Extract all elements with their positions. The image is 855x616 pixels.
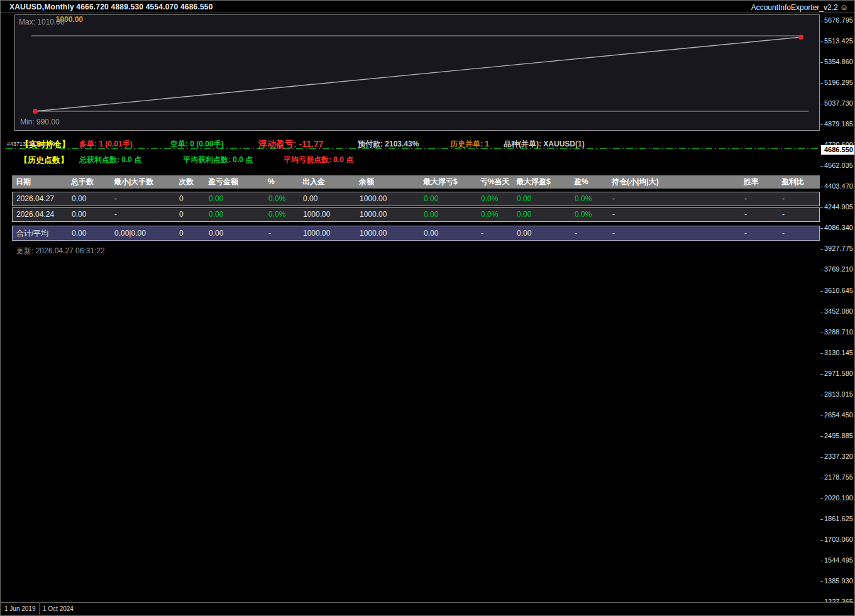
avg-profit-points-label: 平均获利点数: 0.0 点 — [183, 155, 253, 165]
price-tick: 4562.035 — [820, 161, 854, 170]
equity-end-dot — [798, 35, 803, 40]
price-tick: 4403.470 — [820, 182, 854, 190]
time-label: 1 Oct 2024 — [43, 605, 74, 612]
table-cell: - — [782, 226, 785, 240]
time-label: 1 Jun 2019 — [4, 605, 36, 612]
table-cell: - — [782, 192, 785, 206]
price-tick: 3452.080 — [820, 307, 854, 316]
table-summary-row: 合计/平均0.000.00|0.0000.00-1000.001000.000.… — [12, 226, 820, 241]
table-cell: 0.00 — [72, 192, 86, 206]
long-orders-label: 多单: 1 (0.01手) — [79, 139, 133, 150]
table-cell: 1000.00 — [360, 226, 387, 240]
table-cell: 次数 — [179, 175, 194, 189]
table-cell: 0 — [179, 208, 184, 221]
table-cell: 1000.00 — [360, 192, 387, 206]
table-cell: 0.00 — [517, 226, 531, 240]
table-cell: - — [782, 208, 785, 221]
price-tick: 2020.190 — [820, 493, 854, 502]
equity-start-dot — [33, 109, 38, 114]
table-cell: 0.0% — [481, 192, 498, 206]
table-cell: 2026.04.27 — [16, 192, 54, 206]
table-cell: 余额 — [359, 175, 374, 189]
realtime-position-status: 【实时持仓】 多单: 1 (0.01手) 空单: 0 (0.00手) 浮动盈亏:… — [1, 139, 820, 150]
price-tick: 3288.710 — [820, 327, 854, 336]
avg-loss-points-label: 平均亏损点数: 0.0 点 — [284, 155, 353, 165]
table-cell: % — [268, 175, 275, 189]
price-tick: 5676.795 — [820, 16, 854, 25]
table-cell: 0.00 — [303, 192, 317, 206]
current-price-badge: 4686.550 — [821, 145, 854, 155]
table-cell: 0.00 — [209, 226, 223, 240]
table-cell: 日期 — [16, 175, 31, 189]
stats-table-header: 日期总手数最小|大手数次数盈亏金额%出入金余额最大浮亏$亏%当天最大浮盈$盈%持… — [12, 175, 820, 189]
price-tick: 2495.885 — [820, 431, 854, 440]
table-cell: 最大浮亏$ — [423, 175, 458, 189]
chart-title: XAUUSD,Monthly 4666.720 4889.530 4554.07… — [9, 3, 213, 11]
table-cell: 盈利比 — [781, 175, 804, 189]
table-cell: - — [612, 192, 615, 206]
total-profit-points-label: 总获利点数: 0.0 点 — [79, 155, 141, 165]
table-cell: 0.0% — [268, 192, 285, 206]
time-axis[interactable]: 1 Jun 2019 1 Oct 2024 — [1, 602, 855, 615]
table-cell: 0.00 — [517, 192, 531, 206]
price-tick: 4879.165 — [820, 119, 854, 128]
equity-line — [35, 37, 801, 111]
price-tick: 2654.450 — [820, 410, 854, 419]
price-tick: 2813.015 — [820, 390, 854, 399]
table-cell: - — [114, 208, 117, 221]
price-tick: 2337.320 — [820, 452, 854, 461]
table-cell: 2026.04.24 — [16, 208, 54, 221]
smiley-icon[interactable]: ☺ — [840, 3, 848, 12]
table-cell: 0.0% — [575, 192, 592, 206]
history-merged-label: 历史并单: 1 — [450, 139, 489, 150]
price-tick: 3130.145 — [820, 348, 854, 357]
price-tick: 1385.930 — [820, 576, 854, 585]
price-tick: 2178.755 — [820, 473, 854, 481]
price-tick: 1861.625 — [820, 514, 854, 523]
price-tick: 5354.860 — [820, 57, 854, 66]
table-cell: 持仓(小|均|大) — [612, 175, 659, 189]
table-cell: 亏%当天 — [480, 175, 510, 189]
table-row: 2026.04.270.00-00.000.0%0.001000.000.000… — [12, 192, 820, 206]
price-tick: 3927.775 — [820, 244, 854, 253]
min-label: Min: 990.00 — [20, 118, 60, 126]
table-cell: 0.00 — [517, 208, 531, 221]
max-label: Max: 1010.00 — [19, 18, 65, 26]
equity-panel: Max: 1010.00 Min: 990.00 1000.00 — [14, 14, 820, 131]
table-cell: 0.0% — [268, 208, 285, 221]
table-cell: - — [575, 226, 577, 240]
price-tick: 5037.730 — [820, 99, 854, 107]
price-tick: 4086.340 — [820, 223, 854, 232]
table-cell: 0 — [179, 226, 184, 240]
table-cell: 胜率 — [744, 175, 759, 189]
price-tick: 1544.495 — [820, 556, 854, 564]
table-cell: - — [268, 226, 271, 240]
price-tick: 5196.295 — [820, 78, 854, 87]
table-cell: - — [744, 208, 747, 221]
table-cell: 0.00 — [209, 192, 223, 206]
floating-pl-label: 浮动盈亏: -11.77 — [258, 139, 323, 150]
table-cell: 0.00 — [424, 208, 438, 221]
table-cell: 最小|大手数 — [114, 175, 153, 189]
indicator-title: AccountInfoExporter_v2.2☺ — [751, 3, 848, 12]
table-cell: 盈% — [574, 175, 588, 189]
realtime-bracket-label: 【实时持仓】 — [21, 139, 70, 150]
table-cell: 0.00 — [72, 226, 86, 240]
table-cell: 0 — [179, 192, 184, 206]
table-cell: - — [744, 192, 747, 206]
price-axis[interactable]: 4686.550 5676.7955513.4255354.8605196.29… — [820, 14, 854, 603]
price-tick: 1703.060 — [820, 535, 854, 544]
table-cell: - — [481, 226, 483, 240]
table-cell: 合计/平均 — [16, 226, 48, 240]
price-tick: 3769.210 — [820, 265, 854, 273]
table-cell: 0.0% — [575, 208, 592, 221]
table-row: 2026.04.240.00-00.000.0%1000.001000.000.… — [12, 207, 820, 222]
margin-level-label: 预付款: 2103.43% — [358, 139, 419, 150]
table-cell: 1000.00 — [303, 208, 330, 221]
price-tick: 2971.580 — [820, 369, 854, 378]
short-orders-label: 空单: 0 (0.00手) — [170, 139, 224, 150]
indicator-name: AccountInfoExporter_v2.2 — [751, 3, 838, 12]
table-cell: 1000.00 — [360, 208, 387, 221]
table-cell: 总手数 — [71, 175, 94, 189]
chart-canvas[interactable]: Max: 1010.00 Min: 990.00 1000.00 #437132… — [1, 14, 821, 603]
